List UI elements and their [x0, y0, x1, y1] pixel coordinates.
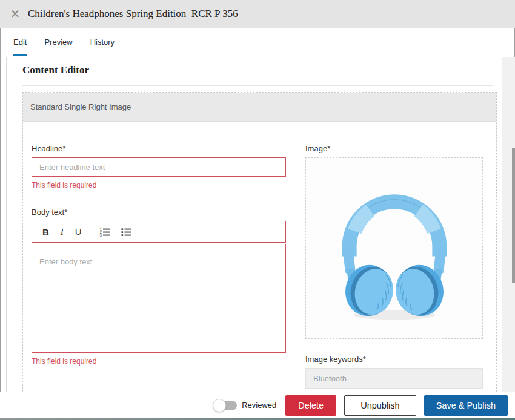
- bold-icon: B: [42, 227, 49, 237]
- body-text-editor: [32, 244, 286, 353]
- underline-icon: U: [75, 226, 82, 237]
- body-text-label: Body text*: [32, 208, 286, 217]
- reviewed-label: Reviewed: [242, 401, 276, 410]
- tab-history[interactable]: History: [90, 28, 115, 56]
- unpublish-button[interactable]: Unpublish: [344, 395, 416, 416]
- reviewed-toggle[interactable]: [214, 401, 237, 410]
- underline-button[interactable]: U: [75, 226, 82, 237]
- content-editor-heading: Content Editor: [22, 64, 502, 76]
- content-editor-window: ✕ Children's Headphones Spring Edition_R…: [0, 0, 515, 420]
- action-footer: Reviewed Delete Unpublish Save & Publish: [0, 392, 515, 418]
- component-body: Headline* This field is required Body te…: [23, 122, 496, 389]
- tab-history-label: History: [90, 38, 115, 47]
- tab-preview-label: Preview: [44, 38, 72, 47]
- titlebar: ✕ Children's Headphones Spring Edition_R…: [0, 0, 515, 28]
- unordered-list-icon: [121, 228, 131, 237]
- vertical-scrollbar-track[interactable]: [502, 57, 515, 392]
- tab-preview[interactable]: Preview: [44, 28, 72, 56]
- component-container: Standard Single Right Image Headline* Th…: [22, 92, 497, 392]
- bold-button[interactable]: B: [42, 227, 49, 237]
- headline-label: Headline*: [32, 144, 286, 153]
- heading-divider: [22, 85, 493, 86]
- vertical-scrollbar-thumb[interactable]: [512, 148, 515, 283]
- ordered-list-button[interactable]: 1 2 3: [99, 228, 110, 237]
- body-text-input[interactable]: [32, 244, 285, 352]
- component-name: Standard Single Right Image: [30, 102, 131, 111]
- headphones-image: [322, 163, 467, 333]
- body-text-error: This field is required: [32, 357, 286, 366]
- image-keywords-label: Image keywords*: [305, 355, 483, 364]
- ordered-list-icon: 1 2 3: [99, 228, 110, 237]
- image-keywords-input[interactable]: [305, 368, 483, 389]
- page-title: Children's Headphones Spring Edition_RCR…: [28, 8, 238, 20]
- italic-icon: I: [61, 227, 64, 237]
- close-icon[interactable]: ✕: [8, 7, 22, 21]
- toggle-knob[interactable]: [213, 399, 226, 412]
- image-dropzone[interactable]: [305, 157, 483, 339]
- rich-text-toolbar: B I U 1: [32, 221, 286, 243]
- unordered-list-button[interactable]: [121, 228, 131, 237]
- save-publish-button[interactable]: Save & Publish: [424, 395, 508, 416]
- headline-error: This field is required: [32, 181, 286, 189]
- tab-edit[interactable]: Edit: [13, 28, 27, 56]
- italic-button[interactable]: I: [61, 227, 64, 237]
- tab-edit-label: Edit: [13, 38, 27, 47]
- image-label: Image*: [305, 144, 483, 153]
- tab-bar: Edit Preview History: [6, 28, 502, 56]
- delete-button[interactable]: Delete: [285, 395, 336, 416]
- svg-text:3: 3: [99, 234, 102, 237]
- right-column: Image*: [305, 144, 483, 389]
- headline-input[interactable]: [32, 157, 286, 177]
- left-column: Headline* This field is required Body te…: [32, 144, 286, 389]
- reviewed-toggle-group: Reviewed: [214, 401, 276, 410]
- component-header[interactable]: Standard Single Right Image: [23, 93, 496, 122]
- main-content: Content Editor Standard Single Right Ima…: [6, 57, 502, 392]
